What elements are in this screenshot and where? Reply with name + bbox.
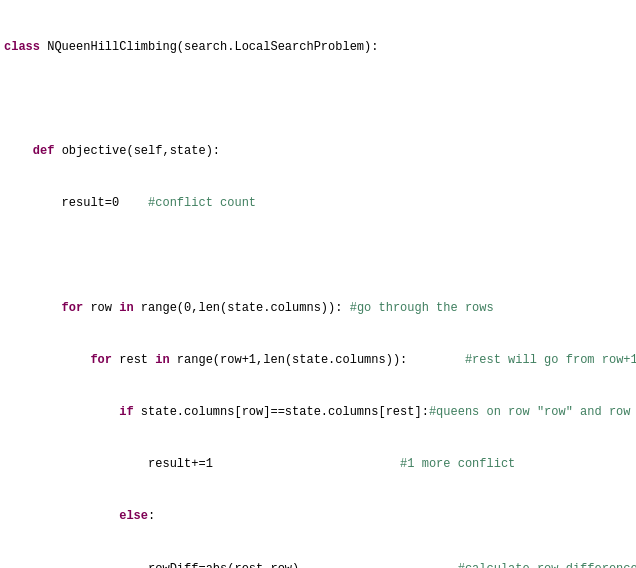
- code-line-5: [0, 247, 636, 264]
- code-line-3: def objective(self,state):: [0, 143, 636, 160]
- code-line-11: rowDiff=abs(rest-row) #calculate row dif…: [0, 561, 636, 569]
- code-line-9: result+=1 #1 more conflict: [0, 456, 636, 473]
- code-editor: class NQueenHillClimbing(search.LocalSea…: [0, 0, 636, 568]
- code-line-6: for row in range(0,len(state.columns)): …: [0, 300, 636, 317]
- code-line-2: [0, 91, 636, 108]
- code-line-10: else:: [0, 508, 636, 525]
- code-line-4: result=0 #conflict count: [0, 195, 636, 212]
- code-line-8: if state.columns[row]==state.columns[res…: [0, 404, 636, 421]
- code-line-1: class NQueenHillClimbing(search.LocalSea…: [0, 39, 636, 56]
- code-line-7: for rest in range(row+1,len(state.column…: [0, 352, 636, 369]
